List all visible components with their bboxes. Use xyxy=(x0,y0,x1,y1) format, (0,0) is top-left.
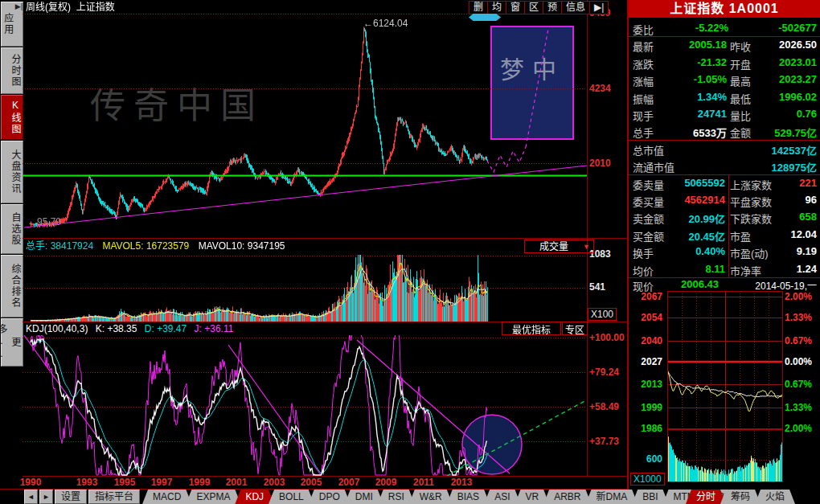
field-value: 5065592 xyxy=(664,177,725,189)
sidebar-item-kline-chart[interactable]: K线图 xyxy=(1,95,23,140)
kdj-y-tick: +37.73 xyxy=(589,436,619,447)
indicator-tabs: MACDEXPMAKDJBOLLDPODMIRSIW&RBIASASIVRARB… xyxy=(148,490,741,504)
quote-row: 振幅1.34%最低1996.02 xyxy=(629,88,820,105)
field-label: 市净率 xyxy=(730,263,761,278)
weekly-candlestick-chart[interactable] xyxy=(23,0,587,238)
sidebar-item-watchlist[interactable]: 自选股 xyxy=(1,204,23,254)
field-value: 2005.18 xyxy=(666,39,727,51)
volume-indicator-dropdown[interactable]: 成交量 ▼ xyxy=(524,240,594,253)
kdj-indicator-chart[interactable] xyxy=(23,335,587,476)
kdj-title: KDJ(100,40,3) xyxy=(26,323,88,334)
field-value: 142537亿 xyxy=(704,142,817,158)
field-label: 委比 xyxy=(633,22,654,37)
settings-button[interactable]: 设置 xyxy=(55,490,87,504)
intraday-mini-chart[interactable] xyxy=(667,291,783,482)
quote-panel-title: 上证指数 1A0001 xyxy=(629,0,820,18)
x-axis-year-label: 1993 xyxy=(76,477,98,488)
sidebar-item-apps[interactable]: ▶|应用 xyxy=(1,2,23,47)
field-label: 最低 xyxy=(730,91,751,106)
scroll-left-button[interactable]: ◄ xyxy=(24,490,38,504)
view-tab-筹码[interactable]: 筹码 xyxy=(720,490,761,504)
field-value: 658 xyxy=(769,211,817,223)
indicator-tab-vr[interactable]: VR xyxy=(515,490,549,504)
zongshou-value: 38417924 xyxy=(51,240,93,252)
toolbar-window-button[interactable]: 窗 xyxy=(506,2,525,14)
field-label: 涨跌 xyxy=(633,56,654,72)
toolbar-region-button[interactable]: 区 xyxy=(525,2,543,14)
chart-toolbar: 删 均 窗 区 预 信息 ▶| xyxy=(469,1,609,14)
quote-row: 卖金额20.99亿下跌家数658 xyxy=(629,208,820,225)
field-value: 4562914 xyxy=(664,194,725,206)
indicator-tab-dpo[interactable]: DPO xyxy=(309,490,351,504)
volume-y-tick: 541 xyxy=(589,281,605,293)
sidebar-item-more[interactable]: 更多.. xyxy=(1,318,23,367)
indicator-tab-asi[interactable]: ASI xyxy=(484,490,520,504)
field-value: 96 xyxy=(769,194,817,206)
horizontal-scrollbar-thumb[interactable] xyxy=(469,14,501,21)
field-value: 24741 xyxy=(666,108,727,120)
view-tab-分时[interactable]: 分时 xyxy=(686,490,726,504)
toolbar-ma-button[interactable]: 均 xyxy=(488,2,506,14)
quote-row: 涨跌-21.32开盘2023.01 xyxy=(629,54,820,71)
toolbar-delete-button[interactable]: 删 xyxy=(469,2,488,14)
field-label: 金额 xyxy=(730,125,751,140)
j-value: +36.11 xyxy=(204,323,233,334)
row-divider xyxy=(629,174,820,175)
indicator-tab-w&r[interactable]: W&R xyxy=(409,490,453,504)
field-label: 卖金额 xyxy=(633,211,664,226)
x-axis-year-label: 2013 xyxy=(451,477,473,488)
indicator-tab-dmi[interactable]: DMI xyxy=(345,490,383,504)
button-label: 最优指标 xyxy=(512,325,551,336)
field-value: -21.32 xyxy=(666,56,727,68)
k-value: +38.35 xyxy=(107,323,137,334)
mavol5-value: 16723579 xyxy=(146,240,189,252)
indicator-tab-rsi[interactable]: RSI xyxy=(378,490,415,504)
indicator-tab-新dma[interactable]: 新DMA xyxy=(586,490,638,504)
view-tab-火焰[interactable]: 火焰 xyxy=(755,490,795,504)
best-indicator-button[interactable]: 最优指标 xyxy=(502,322,561,335)
volume-chart[interactable] xyxy=(23,254,587,322)
scroll-right-button[interactable]: ► xyxy=(39,490,53,504)
field-label: 最高 xyxy=(730,73,751,88)
x-axis-year-label: 1999 xyxy=(189,477,211,488)
play-bar-icon: ▶| xyxy=(15,2,23,10)
unit-text: X100 xyxy=(591,309,613,320)
intraday-unit-label: X1000 xyxy=(630,473,665,486)
indicator-tab-boll[interactable]: BOLL xyxy=(269,490,314,504)
indicator-platform-button[interactable]: 指标平台 xyxy=(88,490,140,504)
toolbar-collapse-icon[interactable]: ▶| xyxy=(590,2,608,14)
weibi-value: -5.22% xyxy=(670,22,728,34)
toolbar-forecast-button[interactable]: 预 xyxy=(543,2,562,14)
indicator-tab-expma[interactable]: EXPMA xyxy=(186,490,240,504)
date-label: 2014-05-19,一 xyxy=(728,278,817,292)
sidebar-item-intraday-chart[interactable]: 分时图 xyxy=(1,47,23,94)
stock-app-window: ▶|应用 分时图 K线图 大盘资讯 自选股 综合排名 更多.. 传奇中国 梦中 … xyxy=(0,0,820,504)
zone-button[interactable]: 专区 xyxy=(562,322,588,335)
indicator-tab-bbi[interactable]: BBI xyxy=(632,490,668,504)
period-label: 周线(复权) xyxy=(26,2,71,13)
quote-row: 委买量4562914平盘家数96 xyxy=(629,191,820,208)
toolbar-info-button[interactable]: 信息 xyxy=(562,2,590,14)
field-value: 1.34% xyxy=(666,91,727,103)
button-label: 专区 xyxy=(565,325,584,336)
x-axis-year-label: 2009 xyxy=(375,477,397,488)
axis-divider xyxy=(587,0,588,476)
indicator-tab-kdj[interactable]: KDJ xyxy=(235,490,274,504)
field-value: 2023.27 xyxy=(754,73,817,85)
chevron-down-icon: ▼ xyxy=(583,243,590,251)
field-value: 221 xyxy=(769,177,817,189)
field-label: 现手 xyxy=(633,108,654,123)
sidebar-item-ranking[interactable]: 综合排名 xyxy=(1,255,23,318)
field-value: 1.24 xyxy=(769,263,817,275)
intraday-pct-tick: 2.00% xyxy=(785,423,812,434)
field-label: 上涨家数 xyxy=(730,177,772,192)
mavol10-label: MAVOL10: xyxy=(199,240,245,252)
indicator-tab-macd[interactable]: MACD xyxy=(142,490,191,504)
field-value: 0.76 xyxy=(754,108,817,120)
indicator-tab-bias[interactable]: BIAS xyxy=(447,490,490,504)
field-label: 流通市值 xyxy=(633,159,674,174)
y-axis-tick: 2010 xyxy=(589,158,611,169)
indicator-tab-arbr[interactable]: ARBR xyxy=(543,490,591,504)
sidebar-item-market-news[interactable]: 大盘资讯 xyxy=(1,141,23,203)
y-axis-tick: 4234 xyxy=(589,83,611,94)
